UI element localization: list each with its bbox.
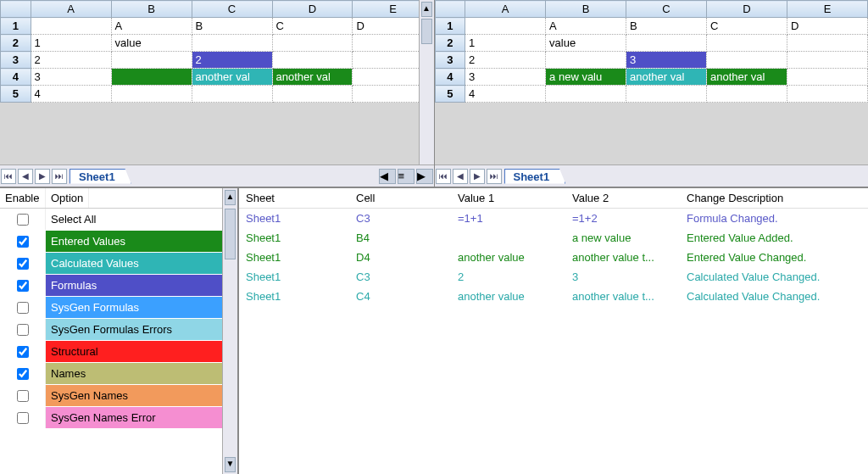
cell[interactable]: value: [546, 35, 626, 52]
option-label[interactable]: SysGen Names Error: [46, 407, 222, 428]
option-label[interactable]: Select All: [46, 209, 222, 230]
cell[interactable]: B: [626, 18, 707, 35]
cell[interactable]: another val: [272, 69, 353, 86]
scroll-left-icon[interactable]: ◀: [379, 169, 396, 184]
cell[interactable]: 3: [626, 52, 707, 69]
scroll-down-icon[interactable]: ▼: [225, 457, 236, 472]
row-header[interactable]: 5: [1, 86, 31, 103]
diff-col-sheet[interactable]: Sheet: [239, 188, 349, 209]
cell[interactable]: [707, 86, 787, 103]
cell[interactable]: C: [707, 18, 787, 35]
cell[interactable]: [787, 69, 867, 86]
cell[interactable]: 2: [31, 52, 111, 69]
option-checkbox[interactable]: [17, 236, 29, 248]
option-label[interactable]: Names: [46, 363, 222, 384]
cell[interactable]: [111, 52, 192, 69]
cell[interactable]: [546, 52, 626, 69]
cell[interactable]: [626, 86, 707, 103]
row-header[interactable]: 5: [435, 86, 465, 103]
cell[interactable]: [192, 35, 272, 52]
column-header[interactable]: C: [626, 1, 707, 18]
cell[interactable]: value: [111, 35, 192, 52]
cell[interactable]: 2: [192, 52, 272, 69]
diff-row[interactable]: Sheet1C3=1+1=1+2Formula Changed.: [239, 209, 868, 229]
column-header[interactable]: B: [546, 1, 626, 18]
differences-table[interactable]: Sheet Cell Value 1 Value 2 Change Descri…: [239, 188, 868, 306]
option-label[interactable]: Structural: [46, 341, 222, 362]
option-checkbox[interactable]: [17, 302, 29, 314]
cell[interactable]: another val: [626, 69, 707, 86]
cell[interactable]: [707, 52, 787, 69]
cell[interactable]: 3: [465, 69, 546, 86]
row-header[interactable]: 2: [1, 35, 31, 52]
column-header[interactable]: B: [111, 1, 192, 18]
cell[interactable]: [272, 86, 353, 103]
option-label[interactable]: Entered Values: [46, 231, 222, 252]
option-checkbox[interactable]: [17, 280, 29, 292]
row-header[interactable]: 2: [435, 35, 465, 52]
diff-row[interactable]: Sheet1C4another valueanother value t...C…: [239, 287, 868, 306]
cell[interactable]: [787, 35, 867, 52]
row-header[interactable]: 1: [1, 18, 31, 35]
cell[interactable]: another val: [192, 69, 272, 86]
diff-row[interactable]: Sheet1C323Calculated Value Changed.: [239, 267, 868, 287]
row-header[interactable]: 4: [1, 69, 31, 86]
cell[interactable]: A: [546, 18, 626, 35]
column-header[interactable]: A: [465, 1, 546, 18]
cell[interactable]: [787, 86, 867, 103]
diff-col-value1[interactable]: Value 1: [451, 188, 565, 209]
cell[interactable]: [31, 18, 111, 35]
sheet-nav-last-icon[interactable]: ⏭: [52, 169, 67, 184]
column-header[interactable]: D: [272, 1, 353, 18]
options-scrollbar[interactable]: ▲ ▼: [222, 188, 237, 474]
sheet-nav-prev-icon[interactable]: ◀: [453, 169, 468, 184]
scroll-thumb[interactable]: [225, 209, 236, 259]
cell[interactable]: [465, 18, 546, 35]
cell[interactable]: B: [192, 18, 272, 35]
sheet-nav-last-icon[interactable]: ⏭: [487, 169, 502, 184]
scroll-right-icon[interactable]: ▶: [416, 169, 433, 184]
cell[interactable]: 4: [465, 86, 546, 103]
cell[interactable]: D: [787, 18, 867, 35]
cell[interactable]: [272, 52, 353, 69]
horizontal-scrollbar[interactable]: ◀ ≡ ▶: [378, 168, 434, 185]
column-header[interactable]: D: [707, 1, 787, 18]
diff-row[interactable]: Sheet1B4a new valueEntered Value Added.: [239, 228, 868, 248]
cell[interactable]: 1: [31, 35, 111, 52]
diff-col-value2[interactable]: Value 2: [565, 188, 680, 209]
cell[interactable]: [787, 52, 867, 69]
option-checkbox[interactable]: [17, 346, 29, 358]
cell[interactable]: 1: [465, 35, 546, 52]
option-label[interactable]: SysGen Names: [46, 385, 222, 406]
cell[interactable]: [192, 86, 272, 103]
right-grid[interactable]: ABCDE1ABCD21value32343a new valuanother …: [435, 0, 869, 103]
cell[interactable]: C: [272, 18, 353, 35]
column-header[interactable]: E: [787, 1, 867, 18]
cell[interactable]: [111, 86, 192, 103]
option-checkbox[interactable]: [17, 368, 29, 380]
cell[interactable]: [272, 35, 353, 52]
row-header[interactable]: 3: [1, 52, 31, 69]
diff-col-description[interactable]: Change Description: [680, 188, 868, 209]
option-label[interactable]: SysGen Formulas Errors: [46, 319, 222, 340]
cell[interactable]: 4: [31, 86, 111, 103]
diff-col-cell[interactable]: Cell: [349, 188, 451, 209]
sheet-nav-prev-icon[interactable]: ◀: [18, 169, 33, 184]
option-checkbox[interactable]: [17, 214, 29, 226]
cell[interactable]: [111, 69, 192, 86]
row-header[interactable]: 1: [435, 18, 465, 35]
option-label[interactable]: Formulas: [46, 275, 222, 296]
sheet-nav-next-icon[interactable]: ▶: [470, 169, 485, 184]
option-checkbox[interactable]: [17, 412, 29, 424]
column-header[interactable]: A: [31, 1, 111, 18]
option-checkbox[interactable]: [17, 390, 29, 402]
option-checkbox[interactable]: [17, 258, 29, 270]
column-header[interactable]: C: [192, 1, 272, 18]
diff-row[interactable]: Sheet1D4another valueanother value t...E…: [239, 248, 868, 267]
option-checkbox[interactable]: [17, 324, 29, 336]
cell[interactable]: 2: [465, 52, 546, 69]
scroll-thumb[interactable]: [421, 19, 432, 44]
cell[interactable]: a new valu: [546, 69, 626, 86]
option-label[interactable]: SysGen Formulas: [46, 297, 222, 318]
cell[interactable]: another val: [707, 69, 787, 86]
